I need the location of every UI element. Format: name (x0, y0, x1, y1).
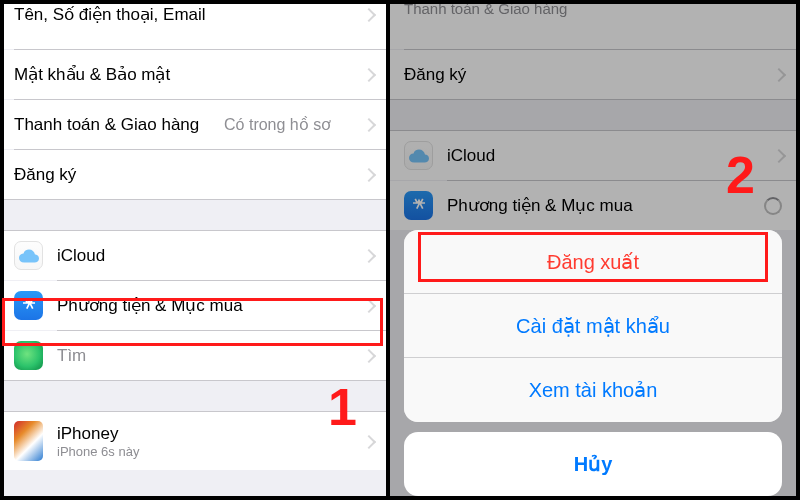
row-label: Đăng ký (14, 165, 76, 185)
row-subscribe[interactable]: Đăng ký (0, 150, 386, 199)
row-detail: Có trong hồ sơ (224, 115, 331, 134)
sheet-cancel-button[interactable]: Hủy (404, 432, 782, 496)
section-gap (0, 200, 386, 230)
row-media-purchases[interactable]: Phương tiện & Mục mua (0, 281, 386, 330)
row-password-security[interactable]: Mật khẩu & Bảo mật (0, 50, 386, 99)
row-label: Phương tiện & Mục mua (57, 295, 243, 316)
row-label: Tìm (57, 346, 86, 366)
step-number-2: 2 (726, 145, 755, 205)
sheet-label: Đăng xuất (547, 250, 639, 274)
row-name-phone-email[interactable]: Tên, Số điện thoại, Email (0, 0, 386, 49)
chevron-right-icon (364, 8, 372, 21)
sheet-view-account-button[interactable]: Xem tài khoản (404, 358, 782, 422)
appstore-icon (14, 291, 43, 320)
device-name: iPhoney (57, 424, 139, 444)
sheet-label: Xem tài khoản (529, 378, 658, 402)
chevron-right-icon (364, 68, 372, 81)
settings-panel-step1: Tên, Số điện thoại, Email Mật khẩu & Bảo… (0, 0, 390, 500)
row-icloud[interactable]: iCloud (0, 231, 386, 280)
row-label: Tên, Số điện thoại, Email (14, 4, 206, 25)
chevron-right-icon (364, 168, 372, 181)
row-find[interactable]: Tìm (0, 331, 386, 380)
chevron-right-icon (364, 118, 372, 131)
sheet-label: Cài đặt mật khẩu (516, 314, 670, 338)
action-sheet: Đăng xuất Cài đặt mật khẩu Xem tài khoản (404, 230, 782, 422)
row-label: iCloud (57, 246, 105, 266)
row-payment-shipping[interactable]: Thanh toán & Giao hàng Có trong hồ sơ (0, 100, 386, 149)
row-label: Thanh toán & Giao hàng (14, 115, 199, 135)
device-model: iPhone 6s này (57, 444, 139, 459)
device-icon (14, 421, 43, 461)
step-number-1: 1 (328, 377, 357, 437)
device-info: iPhoney iPhone 6s này (57, 424, 139, 459)
find-my-icon (14, 341, 43, 370)
chevron-right-icon (364, 435, 372, 448)
cancel-label: Hủy (574, 452, 613, 476)
sheet-sign-out-button[interactable]: Đăng xuất (404, 230, 782, 294)
chevron-right-icon (364, 349, 372, 362)
row-label: Mật khẩu & Bảo mật (14, 64, 170, 85)
sheet-set-password-button[interactable]: Cài đặt mật khẩu (404, 294, 782, 358)
settings-panel-step2: Thanh toán & Giao hàng Đăng ký iCloud Ph… (390, 0, 796, 500)
cloud-icon (14, 241, 43, 270)
chevron-right-icon (364, 249, 372, 262)
chevron-right-icon (364, 299, 372, 312)
